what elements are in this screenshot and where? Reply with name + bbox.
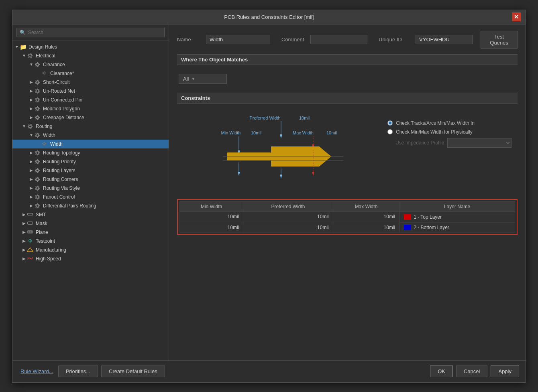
testpoint-icon (27, 238, 34, 244)
tree-item-unconnected-pin[interactable]: ▶Un-Connected Pin (12, 95, 169, 104)
tree-item-label: Width (43, 132, 55, 138)
highspeed-icon (27, 256, 34, 262)
tree-item-design-rules[interactable]: ▼📁Design Rules (12, 43, 169, 51)
svg-point-69 (30, 124, 31, 124)
table-row: 10mil 10mil 10mil 1 - Top Layer (180, 211, 515, 222)
search-icon: 🔍 (20, 30, 26, 35)
arrow-icon: ▶ (29, 186, 34, 190)
svg-point-80 (35, 134, 36, 135)
tree-item-testpoint[interactable]: ▶Testpoint (12, 237, 169, 246)
svg-point-119 (37, 177, 38, 177)
svg-point-109 (36, 169, 39, 172)
name-input[interactable] (206, 35, 270, 44)
svg-text:10mil: 10mil (251, 130, 261, 135)
test-queries-button[interactable]: Test Queries (481, 31, 518, 49)
svg-point-2 (30, 57, 31, 58)
tree-item-clearance-item[interactable]: Clearance* (12, 69, 169, 78)
svg-point-33 (37, 88, 38, 89)
width-diagram-area: Preferred Width 10mil Min Width 10mil Ma… (177, 109, 518, 196)
radio-min-max-physical[interactable] (387, 129, 393, 134)
svg-point-17 (38, 63, 39, 63)
svg-point-130 (35, 187, 36, 188)
arrow-icon: ▼ (21, 124, 27, 128)
bottom-bar: Rule Wizard... Priorities... Create Defa… (12, 360, 526, 382)
svg-point-28 (35, 80, 36, 81)
svg-point-142 (38, 198, 39, 199)
create-default-rules-button[interactable]: Create Default Rules (101, 366, 165, 377)
tree-item-label: Testpoint (36, 238, 55, 244)
cell-max-width-0: 10mil (333, 211, 399, 222)
svg-point-107 (35, 162, 36, 163)
tree-item-manufacturing[interactable]: ▶Manufacturing (12, 246, 169, 254)
plane-icon (27, 229, 34, 236)
unique-id-input[interactable] (416, 35, 473, 44)
tree-item-mask[interactable]: ▶Mask (12, 219, 169, 228)
tree-item-creepage-distance[interactable]: ▶Creepage Distance (12, 113, 169, 122)
tree-item-width-item[interactable]: Width (12, 140, 169, 148)
tree-item-plane[interactable]: ▶Plane (12, 228, 169, 237)
svg-point-140 (39, 196, 40, 197)
tree-item-routing-via-style[interactable]: ▶Routing Via Style (12, 184, 169, 193)
svg-point-50 (36, 108, 39, 110)
tree-item-short-circuit[interactable]: ▶Short-Circuit (12, 78, 169, 87)
svg-point-77 (36, 134, 39, 136)
svg-point-8 (31, 54, 32, 55)
tree-item-differential-pairs[interactable]: ▶Differential Pairs Routing (12, 201, 169, 210)
tree-item-label: Design Rules (29, 44, 57, 50)
arrow-icon: ▶ (29, 150, 34, 155)
tree-item-modified-polygon[interactable]: ▶Modified Polygon (12, 104, 169, 113)
tree-item-routing-corners[interactable]: ▶Routing Corners (12, 175, 169, 184)
radio-tracks-min-max[interactable] (387, 120, 393, 126)
tree-item-clearance-group[interactable]: ▼Clearance (12, 60, 169, 69)
svg-point-139 (35, 196, 36, 197)
svg-rect-154 (28, 213, 33, 215)
svg-point-36 (39, 90, 40, 91)
tree-item-unrouted-net[interactable]: ▶Un-Routed Net (12, 87, 169, 95)
radio2-label[interactable]: Check Min/Max Width for Physically (396, 129, 473, 135)
svg-point-12 (35, 64, 36, 65)
matches-dropdown[interactable]: All ▼ (179, 74, 227, 84)
tree-item-electrical[interactable]: ▼Electrical (12, 51, 169, 60)
svg-point-152 (35, 207, 36, 207)
svg-point-127 (36, 187, 39, 189)
tree-item-routing-topology[interactable]: ▶Routing Topology (12, 148, 169, 157)
svg-point-24 (37, 79, 38, 80)
svg-point-64 (35, 116, 36, 116)
svg-point-113 (39, 170, 40, 171)
tree-item-high-speed[interactable]: ▶High Speed (12, 254, 169, 263)
tree-item-label: Plane (36, 230, 48, 235)
svg-point-82 (35, 133, 36, 134)
svg-point-121 (35, 179, 36, 179)
impedance-select[interactable] (447, 138, 512, 148)
ok-button[interactable]: OK (430, 366, 453, 377)
tree-item-width-group[interactable]: ▼Width (12, 131, 169, 140)
col-min-width: Min Width (180, 201, 243, 211)
arrow-icon: ▼ (29, 133, 34, 137)
svg-point-61 (37, 119, 38, 120)
cancel-button[interactable]: Cancel (456, 366, 487, 377)
tree-item-routing-priority[interactable]: ▶Routing Priority (12, 157, 169, 166)
close-button[interactable]: ✕ (512, 12, 521, 21)
comment-input[interactable] (310, 35, 367, 44)
svg-point-58 (38, 107, 39, 108)
tree-item-routing[interactable]: ▼Routing (12, 122, 169, 131)
tree-item-routing-layers[interactable]: ▶Routing Layers (12, 166, 169, 175)
radio1-label[interactable]: Check Tracks/Arcs Min/Max Width In (396, 120, 475, 126)
svg-point-99 (38, 151, 39, 152)
svg-point-112 (35, 170, 36, 171)
svg-point-150 (35, 204, 36, 205)
priorities-button[interactable]: Priorities... (58, 366, 98, 377)
svg-marker-179 (280, 175, 282, 179)
tree-item-label: Clearance (43, 62, 65, 67)
tree-item-fanout-control[interactable]: ▶Fanout Control (12, 193, 169, 201)
svg-point-21 (42, 73, 43, 73)
tree-item-label: Routing Corners (43, 177, 78, 182)
tree-item-smt[interactable]: ▶SMT (12, 210, 169, 219)
comment-label: Comment (281, 37, 306, 43)
rule-wizard-button[interactable]: Rule Wizard... (19, 366, 55, 377)
svg-point-72 (32, 126, 33, 126)
chevron-down-icon: ▼ (191, 77, 195, 81)
svg-point-114 (35, 169, 36, 169)
search-input[interactable] (16, 28, 165, 37)
apply-button[interactable]: Apply (491, 366, 519, 377)
